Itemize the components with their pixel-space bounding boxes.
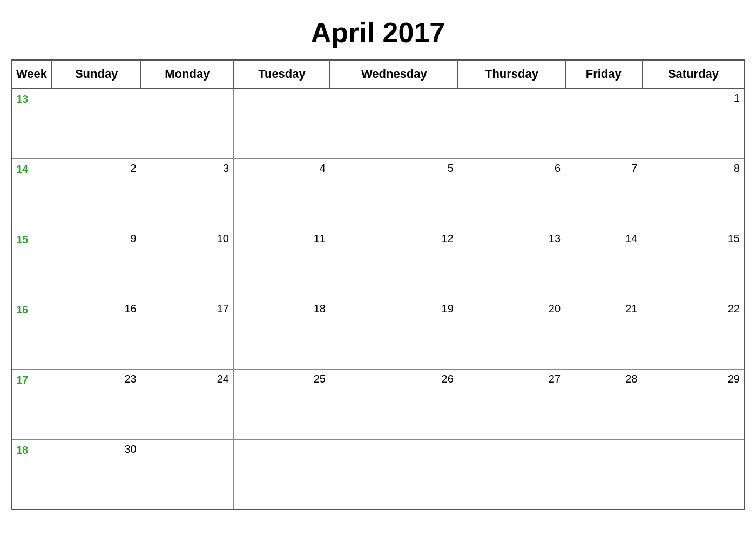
- calendar-row: 1723242526272829: [11, 369, 745, 439]
- day-cell: 4: [234, 158, 330, 229]
- day-cell: [52, 88, 141, 158]
- calendar-row: 1616171819202122: [11, 299, 745, 369]
- week-number-16: 16: [11, 299, 52, 369]
- day-cell: 20: [458, 299, 565, 369]
- day-cell: 29: [642, 369, 745, 439]
- day-cell: [458, 88, 565, 158]
- day-cell: 5: [330, 158, 458, 229]
- day-cell: 14: [565, 229, 642, 299]
- week-number-13: 13: [11, 88, 52, 158]
- day-cell: 10: [141, 229, 233, 299]
- day-cell: 24: [141, 369, 233, 439]
- week-number-15: 15: [11, 229, 52, 299]
- col-header-week: Week: [11, 60, 52, 88]
- col-header-monday: Monday: [141, 60, 233, 88]
- day-cell: 8: [642, 158, 745, 229]
- col-header-wednesday: Wednesday: [330, 60, 458, 88]
- day-cell: 12: [330, 229, 458, 299]
- day-cell: 25: [234, 369, 330, 439]
- day-cell: [565, 439, 642, 510]
- calendar-row: 159101112131415: [11, 229, 745, 299]
- day-cell: [141, 439, 233, 510]
- day-cell: [565, 88, 642, 158]
- col-header-friday: Friday: [565, 60, 642, 88]
- day-cell: 23: [52, 369, 141, 439]
- day-cell: 18: [234, 299, 330, 369]
- day-cell: 7: [565, 158, 642, 229]
- col-header-tuesday: Tuesday: [234, 60, 330, 88]
- day-cell: [330, 439, 458, 510]
- calendar-row: 1830: [11, 439, 745, 510]
- day-cell: 9: [52, 229, 141, 299]
- day-cell: 16: [52, 299, 141, 369]
- day-cell: [642, 439, 745, 510]
- day-cell: [234, 88, 330, 158]
- day-cell: [234, 439, 330, 510]
- col-header-saturday: Saturday: [642, 60, 745, 88]
- day-cell: 26: [330, 369, 458, 439]
- week-number-17: 17: [11, 369, 52, 439]
- day-cell: [458, 439, 565, 510]
- day-cell: 13: [458, 229, 565, 299]
- day-cell: 22: [642, 299, 745, 369]
- week-number-14: 14: [11, 158, 52, 229]
- day-cell: 1: [642, 88, 745, 158]
- day-cell: 17: [141, 299, 233, 369]
- col-header-thursday: Thursday: [458, 60, 565, 88]
- day-cell: [330, 88, 458, 158]
- day-cell: 15: [642, 229, 745, 299]
- day-cell: 28: [565, 369, 642, 439]
- day-cell: 2: [52, 158, 141, 229]
- day-cell: [141, 88, 233, 158]
- week-number-18: 18: [11, 439, 52, 510]
- calendar-row: 131: [11, 88, 745, 158]
- day-cell: 19: [330, 299, 458, 369]
- day-cell: 21: [565, 299, 642, 369]
- calendar-table: WeekSundayMondayTuesdayWednesdayThursday…: [11, 59, 745, 510]
- col-header-sunday: Sunday: [52, 60, 141, 88]
- calendar-title: April 2017: [311, 16, 446, 49]
- calendar-row: 142345678: [11, 158, 745, 229]
- day-cell: 27: [458, 369, 565, 439]
- day-cell: 11: [234, 229, 330, 299]
- day-cell: 30: [52, 439, 141, 510]
- day-cell: 3: [141, 158, 233, 229]
- day-cell: 6: [458, 158, 565, 229]
